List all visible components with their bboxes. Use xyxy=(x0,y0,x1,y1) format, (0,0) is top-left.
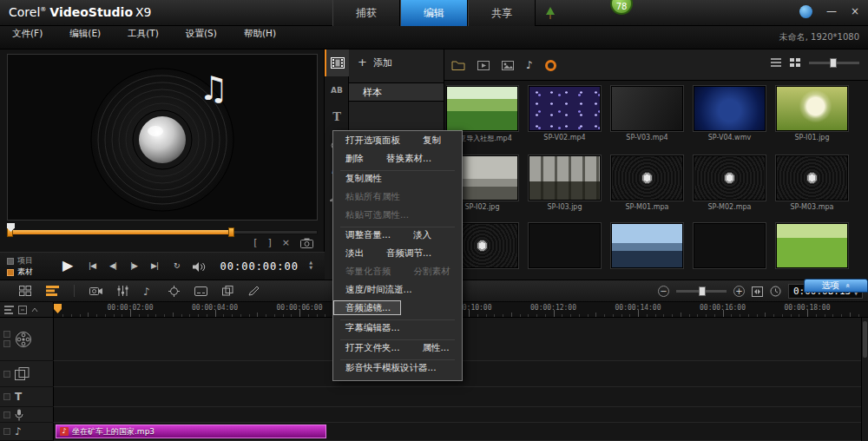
tab-capture[interactable]: 捕获 xyxy=(332,0,400,26)
video-track-header[interactable] xyxy=(0,318,54,361)
track-manager-icon[interactable] xyxy=(4,306,14,314)
import-video-icon[interactable] xyxy=(477,61,490,70)
preview-timecode[interactable]: 00:00:00:00 xyxy=(220,260,299,273)
minimize-icon[interactable]: — xyxy=(826,5,837,18)
end-button[interactable]: ▶| xyxy=(151,261,158,270)
record-capture-icon[interactable] xyxy=(89,286,102,296)
menu-tools[interactable]: 工具(T) xyxy=(115,26,169,41)
context-menu-item[interactable]: 淡出 xyxy=(333,246,374,260)
record-icon[interactable] xyxy=(545,60,556,71)
add-folder-button[interactable]: +添加 xyxy=(349,49,444,76)
title-track-header[interactable]: T xyxy=(0,387,54,407)
thumbnail[interactable] xyxy=(529,223,601,268)
auto-music-icon[interactable]: ♪ xyxy=(143,286,154,297)
thumbnail[interactable] xyxy=(694,223,766,268)
thumbnail[interactable] xyxy=(611,86,683,131)
context-menu-item[interactable]: 字幕编辑器... xyxy=(333,320,411,335)
clip-mode-toggle[interactable]: 素材 xyxy=(7,267,33,278)
library-item[interactable]: SP-V04.wmv xyxy=(694,86,766,143)
music-clip[interactable]: ♪ 坐在矿车上的国家.mp3 xyxy=(56,425,326,438)
nav-transition-icon[interactable]: AB xyxy=(325,76,349,103)
library-item[interactable]: SP-M01.mpa xyxy=(611,155,683,211)
library-item[interactable]: SP-I03.jpg xyxy=(529,155,601,211)
play-button[interactable]: ▶ xyxy=(62,257,73,273)
zoom-out-icon[interactable]: − xyxy=(658,286,669,297)
thumbnail[interactable] xyxy=(776,155,848,201)
library-item[interactable]: SP-I01.jpg xyxy=(776,86,848,143)
playhead-marker[interactable] xyxy=(54,304,62,313)
chevron-up-icon[interactable] xyxy=(31,307,38,313)
trim-selected-range[interactable] xyxy=(10,230,231,234)
timeline-zoom-slider[interactable] xyxy=(676,290,727,293)
help-icon[interactable] xyxy=(799,5,812,18)
library-item[interactable] xyxy=(776,223,848,271)
thumbnail[interactable] xyxy=(694,155,766,201)
context-menu-item[interactable]: 打开选项面板 xyxy=(333,133,411,148)
folder-item-sample[interactable]: 样本 xyxy=(349,82,444,102)
tracks-scrollbar[interactable] xyxy=(861,318,868,441)
music-track-header[interactable]: ♪ xyxy=(0,423,54,441)
track-enable-icon[interactable] xyxy=(3,393,10,400)
menu-settings[interactable]: 设置(S) xyxy=(174,26,227,41)
library-item[interactable] xyxy=(694,223,766,271)
scrollbar-thumb[interactable] xyxy=(863,321,867,358)
context-menu-item[interactable]: 复制 xyxy=(411,133,451,148)
track-lock-icon[interactable] xyxy=(3,340,10,347)
mark-out-icon[interactable]: ] xyxy=(267,237,271,248)
list-view-icon[interactable] xyxy=(771,58,781,67)
overlay-track-header[interactable] xyxy=(0,361,54,387)
mark-in-icon[interactable]: [ xyxy=(253,237,257,248)
library-item[interactable]: SP-M03.mpa xyxy=(776,155,848,211)
title-track-lane[interactable] xyxy=(54,387,861,407)
thumbnail[interactable] xyxy=(694,86,766,131)
context-menu-item[interactable]: 属性... xyxy=(411,340,460,355)
menu-file[interactable]: 文件(F) xyxy=(0,26,53,41)
motion-tracking-icon[interactable] xyxy=(168,286,180,297)
thumbnail[interactable] xyxy=(776,86,848,131)
import-audio-icon[interactable]: ♪ xyxy=(526,59,533,71)
context-menu-item[interactable]: 替换素材... xyxy=(374,151,442,166)
project-mode-toggle[interactable]: 项目 xyxy=(7,255,33,267)
thumbnail[interactable] xyxy=(611,223,683,268)
trim-end-handle[interactable] xyxy=(228,227,234,237)
voice-track-lane[interactable] xyxy=(54,407,861,423)
nav-title-icon[interactable]: T xyxy=(325,103,349,130)
zoom-in-icon[interactable]: + xyxy=(733,286,745,297)
menu-help[interactable]: 帮助(H) xyxy=(232,26,286,41)
options-button[interactable]: 选项 « xyxy=(804,279,868,293)
timecode-spinner[interactable]: ▲▼ xyxy=(309,260,312,270)
nav-media-icon[interactable] xyxy=(325,49,349,76)
fit-project-icon[interactable] xyxy=(752,286,763,297)
snapshot-icon[interactable] xyxy=(300,238,313,248)
thumbnail[interactable] xyxy=(529,86,601,131)
subtitle-editor-icon[interactable] xyxy=(194,286,207,296)
context-menu-item[interactable]: 打开文件夹... xyxy=(333,340,411,355)
context-menu-item[interactable]: 音频滤镜... xyxy=(333,300,401,315)
context-menu-item[interactable]: 速度/时间流逝... xyxy=(333,282,423,297)
context-menu-item[interactable]: 影音快手模板设计器... xyxy=(333,360,447,375)
close-icon[interactable]: × xyxy=(851,5,859,18)
thumbnail[interactable] xyxy=(776,223,848,268)
timeline-view-icon[interactable] xyxy=(46,286,59,296)
track-enable-icon[interactable] xyxy=(3,428,10,435)
split-delete-icon[interactable]: × xyxy=(282,237,290,248)
thumbnail[interactable] xyxy=(529,155,601,201)
thumbnail[interactable] xyxy=(446,86,518,131)
volume-icon[interactable] xyxy=(193,262,206,273)
sound-mixer-icon[interactable] xyxy=(117,286,128,296)
thumbnail-size-slider[interactable] xyxy=(809,62,859,64)
batch-convert-icon[interactable] xyxy=(222,286,233,296)
painting-creator-icon[interactable] xyxy=(248,286,259,296)
ripple-edit-icon[interactable] xyxy=(18,306,27,314)
context-menu-item[interactable]: 复制属性 xyxy=(333,171,392,186)
thumbnail-size-knob[interactable] xyxy=(830,58,837,68)
context-menu-item[interactable]: 淡入 xyxy=(401,227,442,242)
grid-view-icon[interactable] xyxy=(790,58,800,67)
home-button[interactable]: |◀ xyxy=(89,261,95,270)
import-photo-icon[interactable] xyxy=(502,61,514,70)
prev-frame-button[interactable]: ◀| xyxy=(109,261,116,270)
voice-track-header[interactable] xyxy=(0,407,54,423)
storyboard-view-icon[interactable] xyxy=(19,286,31,296)
context-menu-item[interactable]: 删除 xyxy=(333,151,374,166)
repeat-button[interactable]: ↻ xyxy=(174,261,181,270)
